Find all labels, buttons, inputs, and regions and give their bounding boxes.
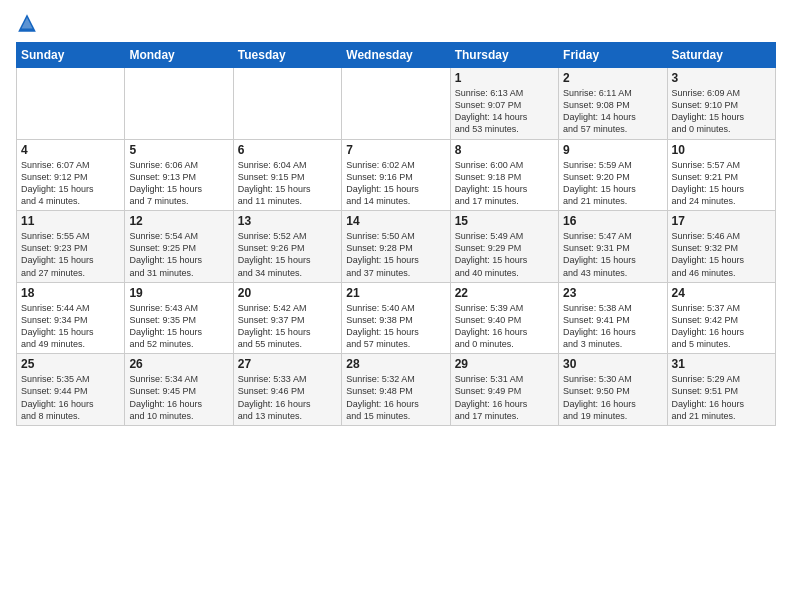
calendar-cell: 25Sunrise: 5:35 AM Sunset: 9:44 PM Dayli… [17,354,125,426]
day-number: 21 [346,286,445,300]
day-info: Sunrise: 5:37 AM Sunset: 9:42 PM Dayligh… [672,302,771,351]
calendar-cell: 7Sunrise: 6:02 AM Sunset: 9:16 PM Daylig… [342,139,450,211]
calendar-header-row: SundayMondayTuesdayWednesdayThursdayFrid… [17,43,776,68]
day-info: Sunrise: 5:57 AM Sunset: 9:21 PM Dayligh… [672,159,771,208]
calendar-header-wednesday: Wednesday [342,43,450,68]
day-info: Sunrise: 5:33 AM Sunset: 9:46 PM Dayligh… [238,373,337,422]
calendar-cell: 6Sunrise: 6:04 AM Sunset: 9:15 PM Daylig… [233,139,341,211]
day-number: 3 [672,71,771,85]
day-info: Sunrise: 5:43 AM Sunset: 9:35 PM Dayligh… [129,302,228,351]
day-info: Sunrise: 5:38 AM Sunset: 9:41 PM Dayligh… [563,302,662,351]
day-info: Sunrise: 6:09 AM Sunset: 9:10 PM Dayligh… [672,87,771,136]
day-number: 28 [346,357,445,371]
day-number: 8 [455,143,554,157]
calendar-cell: 19Sunrise: 5:43 AM Sunset: 9:35 PM Dayli… [125,282,233,354]
day-number: 12 [129,214,228,228]
day-number: 14 [346,214,445,228]
day-info: Sunrise: 5:29 AM Sunset: 9:51 PM Dayligh… [672,373,771,422]
logo [16,12,42,34]
calendar-header-saturday: Saturday [667,43,775,68]
calendar-cell: 12Sunrise: 5:54 AM Sunset: 9:25 PM Dayli… [125,211,233,283]
calendar-week-3: 11Sunrise: 5:55 AM Sunset: 9:23 PM Dayli… [17,211,776,283]
day-info: Sunrise: 6:04 AM Sunset: 9:15 PM Dayligh… [238,159,337,208]
day-info: Sunrise: 5:40 AM Sunset: 9:38 PM Dayligh… [346,302,445,351]
day-info: Sunrise: 5:46 AM Sunset: 9:32 PM Dayligh… [672,230,771,279]
day-info: Sunrise: 5:39 AM Sunset: 9:40 PM Dayligh… [455,302,554,351]
day-number: 11 [21,214,120,228]
day-info: Sunrise: 5:47 AM Sunset: 9:31 PM Dayligh… [563,230,662,279]
day-number: 31 [672,357,771,371]
calendar-cell: 3Sunrise: 6:09 AM Sunset: 9:10 PM Daylig… [667,68,775,140]
day-info: Sunrise: 5:31 AM Sunset: 9:49 PM Dayligh… [455,373,554,422]
calendar-header-sunday: Sunday [17,43,125,68]
day-info: Sunrise: 5:54 AM Sunset: 9:25 PM Dayligh… [129,230,228,279]
calendar-cell: 1Sunrise: 6:13 AM Sunset: 9:07 PM Daylig… [450,68,558,140]
logo-icon [16,12,38,34]
day-number: 22 [455,286,554,300]
day-number: 23 [563,286,662,300]
day-info: Sunrise: 5:44 AM Sunset: 9:34 PM Dayligh… [21,302,120,351]
day-number: 29 [455,357,554,371]
day-info: Sunrise: 6:06 AM Sunset: 9:13 PM Dayligh… [129,159,228,208]
calendar-cell: 30Sunrise: 5:30 AM Sunset: 9:50 PM Dayli… [559,354,667,426]
day-number: 30 [563,357,662,371]
day-number: 4 [21,143,120,157]
calendar-cell: 16Sunrise: 5:47 AM Sunset: 9:31 PM Dayli… [559,211,667,283]
day-info: Sunrise: 5:50 AM Sunset: 9:28 PM Dayligh… [346,230,445,279]
day-number: 16 [563,214,662,228]
day-number: 7 [346,143,445,157]
page: SundayMondayTuesdayWednesdayThursdayFrid… [0,0,792,612]
day-number: 26 [129,357,228,371]
calendar-cell: 23Sunrise: 5:38 AM Sunset: 9:41 PM Dayli… [559,282,667,354]
day-number: 27 [238,357,337,371]
calendar-header-thursday: Thursday [450,43,558,68]
day-info: Sunrise: 6:13 AM Sunset: 9:07 PM Dayligh… [455,87,554,136]
day-number: 13 [238,214,337,228]
day-number: 20 [238,286,337,300]
calendar-cell [17,68,125,140]
calendar-cell [233,68,341,140]
day-number: 24 [672,286,771,300]
calendar-cell: 8Sunrise: 6:00 AM Sunset: 9:18 PM Daylig… [450,139,558,211]
day-info: Sunrise: 5:59 AM Sunset: 9:20 PM Dayligh… [563,159,662,208]
day-info: Sunrise: 5:30 AM Sunset: 9:50 PM Dayligh… [563,373,662,422]
calendar-week-4: 18Sunrise: 5:44 AM Sunset: 9:34 PM Dayli… [17,282,776,354]
day-number: 2 [563,71,662,85]
calendar-cell: 20Sunrise: 5:42 AM Sunset: 9:37 PM Dayli… [233,282,341,354]
day-info: Sunrise: 5:42 AM Sunset: 9:37 PM Dayligh… [238,302,337,351]
calendar-cell: 17Sunrise: 5:46 AM Sunset: 9:32 PM Dayli… [667,211,775,283]
day-number: 10 [672,143,771,157]
day-info: Sunrise: 5:35 AM Sunset: 9:44 PM Dayligh… [21,373,120,422]
calendar-cell: 29Sunrise: 5:31 AM Sunset: 9:49 PM Dayli… [450,354,558,426]
calendar-cell: 27Sunrise: 5:33 AM Sunset: 9:46 PM Dayli… [233,354,341,426]
day-info: Sunrise: 5:32 AM Sunset: 9:48 PM Dayligh… [346,373,445,422]
day-info: Sunrise: 6:11 AM Sunset: 9:08 PM Dayligh… [563,87,662,136]
day-number: 25 [21,357,120,371]
calendar-week-2: 4Sunrise: 6:07 AM Sunset: 9:12 PM Daylig… [17,139,776,211]
calendar-week-5: 25Sunrise: 5:35 AM Sunset: 9:44 PM Dayli… [17,354,776,426]
calendar-week-1: 1Sunrise: 6:13 AM Sunset: 9:07 PM Daylig… [17,68,776,140]
calendar-table: SundayMondayTuesdayWednesdayThursdayFrid… [16,42,776,426]
calendar-header-friday: Friday [559,43,667,68]
day-info: Sunrise: 5:52 AM Sunset: 9:26 PM Dayligh… [238,230,337,279]
day-info: Sunrise: 6:07 AM Sunset: 9:12 PM Dayligh… [21,159,120,208]
calendar-cell [125,68,233,140]
day-info: Sunrise: 5:34 AM Sunset: 9:45 PM Dayligh… [129,373,228,422]
day-info: Sunrise: 5:49 AM Sunset: 9:29 PM Dayligh… [455,230,554,279]
day-number: 6 [238,143,337,157]
calendar-cell: 26Sunrise: 5:34 AM Sunset: 9:45 PM Dayli… [125,354,233,426]
calendar-cell: 11Sunrise: 5:55 AM Sunset: 9:23 PM Dayli… [17,211,125,283]
day-number: 15 [455,214,554,228]
day-info: Sunrise: 5:55 AM Sunset: 9:23 PM Dayligh… [21,230,120,279]
calendar-cell: 14Sunrise: 5:50 AM Sunset: 9:28 PM Dayli… [342,211,450,283]
calendar-cell: 5Sunrise: 6:06 AM Sunset: 9:13 PM Daylig… [125,139,233,211]
day-number: 1 [455,71,554,85]
day-number: 18 [21,286,120,300]
calendar-cell: 4Sunrise: 6:07 AM Sunset: 9:12 PM Daylig… [17,139,125,211]
calendar-cell: 28Sunrise: 5:32 AM Sunset: 9:48 PM Dayli… [342,354,450,426]
calendar-cell: 15Sunrise: 5:49 AM Sunset: 9:29 PM Dayli… [450,211,558,283]
calendar-header-tuesday: Tuesday [233,43,341,68]
calendar-cell: 21Sunrise: 5:40 AM Sunset: 9:38 PM Dayli… [342,282,450,354]
header [16,12,776,34]
day-info: Sunrise: 6:02 AM Sunset: 9:16 PM Dayligh… [346,159,445,208]
